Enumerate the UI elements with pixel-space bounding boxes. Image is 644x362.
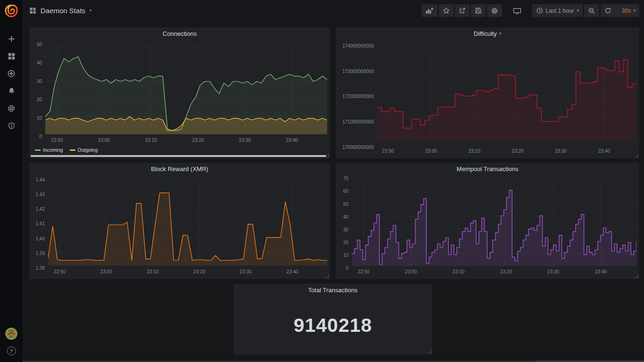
y-tick-label: 171000000000 bbox=[342, 119, 374, 124]
chart-area: 010203040506070 22:5023:0023:1023:2023:3… bbox=[336, 175, 639, 279]
y-tick-label: 0 bbox=[346, 265, 348, 271]
legend-item-outgoing[interactable]: Outgoing bbox=[70, 147, 98, 153]
panel-title[interactable]: Difficulty ▾ bbox=[336, 27, 639, 40]
refresh-interval-label: 30s bbox=[622, 8, 631, 14]
plot-area bbox=[352, 176, 636, 268]
x-tick-label: 23:20 bbox=[500, 269, 512, 274]
legend-label: Incoming bbox=[43, 147, 63, 153]
x-tick-label: 23:30 bbox=[555, 148, 567, 154]
panel-mempool: Mempool Transactions 010203040506070 22:… bbox=[336, 163, 639, 279]
y-axis: 010203040506070 bbox=[339, 176, 352, 268]
panel-title-text: Mempool Transactions bbox=[457, 165, 519, 173]
x-tick-label: 23:40 bbox=[598, 148, 610, 154]
difficulty-chart[interactable] bbox=[377, 41, 636, 147]
panel-total-transactions: Total Transactions 9140218 bbox=[233, 284, 432, 354]
gear-icon bbox=[7, 104, 16, 113]
y-tick-label: 70 bbox=[343, 176, 348, 181]
y-tick-label: 174000000000 bbox=[342, 43, 374, 48]
x-tick-label: 23:30 bbox=[547, 269, 559, 274]
sidebar-item-configuration[interactable] bbox=[4, 104, 19, 113]
caret-down-icon: ▾ bbox=[90, 8, 92, 13]
sidebar-item-alerting[interactable] bbox=[4, 87, 19, 95]
y-tick-label: 60 bbox=[343, 189, 348, 194]
panel-scrollbar[interactable] bbox=[31, 155, 326, 157]
zoom-out-button[interactable] bbox=[584, 4, 599, 17]
caret-down-icon: ▾ bbox=[499, 32, 502, 36]
dashboard-grid-icon bbox=[29, 7, 36, 14]
y-tick-label: 1.39 bbox=[36, 250, 45, 255]
time-range-label: Last 1 hour bbox=[546, 8, 574, 14]
panel-title[interactable]: Connections bbox=[29, 27, 330, 40]
refresh-control: 30s ▾ bbox=[601, 4, 639, 17]
y-tick-label: 170000000000 bbox=[342, 145, 374, 150]
refresh-icon bbox=[604, 7, 611, 14]
sidebar-item-create[interactable] bbox=[4, 34, 19, 43]
connections-chart[interactable] bbox=[45, 41, 327, 136]
legend-label: Outgoing bbox=[78, 147, 98, 153]
x-axis: 22:5023:0023:1023:2023:3023:40 bbox=[352, 268, 636, 275]
caret-down-icon: ▾ bbox=[577, 8, 579, 13]
clock-icon bbox=[536, 7, 543, 14]
stat-value: 9140218 bbox=[294, 314, 372, 337]
panel-title-text: Difficulty bbox=[474, 30, 497, 37]
star-button[interactable] bbox=[439, 4, 454, 17]
y-axis: 1.381.391.401.411.421.431.44 bbox=[32, 176, 48, 268]
panel-title[interactable]: Total Transactions bbox=[233, 284, 432, 296]
x-tick-label: 23:10 bbox=[469, 148, 480, 154]
save-icon bbox=[475, 7, 482, 14]
sidebar-item-server-admin[interactable] bbox=[4, 122, 19, 130]
panel-connections: Connections 01020304050 22:5023:0023:102… bbox=[29, 27, 330, 158]
avatar-image bbox=[5, 328, 17, 340]
x-tick-label: 23:30 bbox=[240, 269, 252, 274]
y-tick-label: 172000000000 bbox=[342, 94, 374, 99]
x-tick-label: 23:20 bbox=[192, 138, 204, 143]
question-mark-icon: ? bbox=[10, 348, 13, 354]
plus-icon bbox=[8, 35, 16, 43]
legend-item-incoming[interactable]: Incoming bbox=[35, 147, 63, 153]
x-tick-label: 23:10 bbox=[453, 269, 464, 274]
mempool-chart[interactable] bbox=[352, 176, 636, 268]
x-tick-label: 23:40 bbox=[595, 269, 607, 274]
x-tick-label: 22:50 bbox=[382, 148, 394, 154]
help-button[interactable]: ? bbox=[7, 346, 16, 355]
sidebar-item-dashboards[interactable] bbox=[4, 52, 19, 60]
block-reward-chart[interactable] bbox=[48, 176, 327, 268]
y-tick-label: 20 bbox=[343, 239, 348, 245]
legend-swatch bbox=[70, 149, 75, 151]
panel-settings-button[interactable] bbox=[487, 4, 502, 17]
y-tick-label: 30 bbox=[37, 78, 42, 83]
bell-icon bbox=[8, 87, 16, 95]
refresh-button[interactable] bbox=[601, 4, 615, 17]
navbar-actions: Last 1 hour ▾ 30s ▾ bbox=[420, 4, 639, 17]
y-tick-label: 173000000000 bbox=[342, 68, 374, 74]
y-tick-label: 1.43 bbox=[36, 192, 45, 197]
x-tick-label: 23:30 bbox=[239, 138, 251, 143]
refresh-interval-button[interactable]: 30s ▾ bbox=[618, 4, 639, 17]
panel-difficulty: Difficulty ▾ 170000000000171000000000172… bbox=[336, 27, 639, 158]
x-axis: 22:5023:0023:1023:2023:3023:40 bbox=[45, 136, 327, 144]
tv-monitor-icon bbox=[513, 7, 521, 15]
save-button[interactable] bbox=[471, 4, 486, 17]
dashboards-squares-icon bbox=[8, 52, 16, 60]
time-range-button[interactable]: Last 1 hour ▾ bbox=[532, 4, 583, 17]
add-panel-button[interactable] bbox=[421, 4, 438, 17]
stat-body: 9140218 bbox=[233, 296, 432, 354]
x-tick-label: 23:40 bbox=[286, 269, 298, 274]
x-tick-label: 23:10 bbox=[145, 138, 157, 143]
plot-area bbox=[377, 41, 636, 147]
y-tick-label: 50 bbox=[343, 201, 348, 206]
panel-title[interactable]: Block Reward (XMR) bbox=[29, 163, 330, 175]
sidebar-item-explore[interactable] bbox=[4, 69, 19, 78]
y-axis: 01020304050 bbox=[32, 41, 45, 136]
panel-title[interactable]: Mempool Transactions bbox=[336, 163, 639, 175]
y-tick-label: 1.41 bbox=[36, 221, 45, 226]
star-icon bbox=[443, 7, 450, 14]
dashboard-title-group[interactable]: Daemon Stats ▾ bbox=[29, 7, 92, 15]
x-tick-label: 23:00 bbox=[100, 269, 112, 274]
cycle-view-button[interactable] bbox=[509, 4, 525, 17]
sidebar-bottom: ? bbox=[5, 328, 17, 355]
share-button[interactable] bbox=[455, 4, 470, 17]
x-tick-label: 23:10 bbox=[147, 269, 158, 274]
user-avatar[interactable] bbox=[5, 328, 17, 340]
grafana-logo[interactable] bbox=[0, 0, 23, 21]
